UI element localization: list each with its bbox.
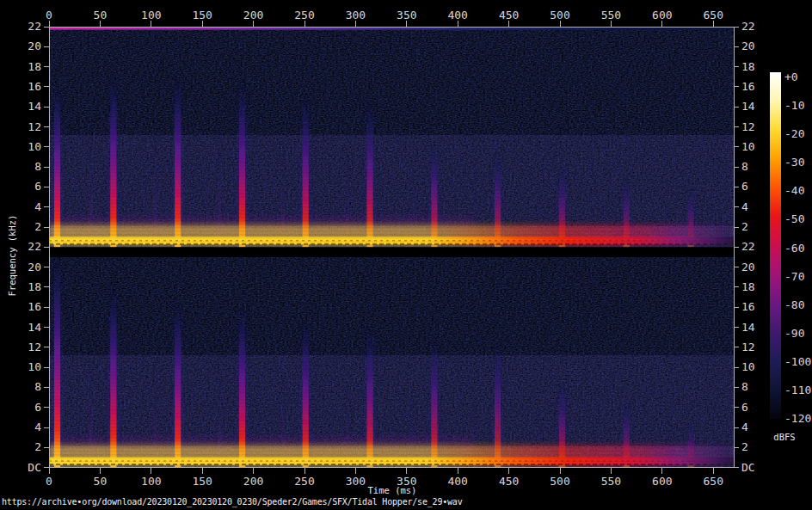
colorbar-tick-label: -40	[784, 184, 804, 197]
left-axis-tick-label: 20	[28, 40, 41, 52]
top-axis-tick-label: 100	[141, 9, 161, 22]
bottom-axis-tick-label: 0	[46, 475, 52, 488]
right-axis-tick-label: 14	[741, 100, 755, 113]
colorbar-tick-label: +0	[784, 71, 798, 83]
left-axis-tick-label: 22	[28, 20, 41, 33]
right-axis-tick-label: 12	[741, 341, 755, 353]
left-axis-tick-label: 10	[28, 140, 41, 153]
top-axis-tick-label: 500	[550, 9, 569, 22]
right-axis-tick-label: 6	[741, 401, 748, 414]
bottom-axis-tick-label: 100	[141, 475, 161, 488]
bottom-axis-tick-label: 550	[601, 475, 621, 488]
right-axis-tick-label: 4	[741, 200, 748, 213]
right-axis-tick-label: 8	[741, 380, 748, 393]
bottom-axis-tick-label: 500	[550, 475, 569, 488]
right-axis-tick-label: 14	[741, 321, 755, 334]
colorbar-tick-label: -100	[784, 355, 811, 368]
top-axis-tick-label: 300	[346, 9, 366, 22]
bottom-axis-tick-label: 400	[447, 475, 467, 488]
fft-row-texture	[49, 247, 734, 467]
top-axis-tick-label: 200	[243, 9, 263, 22]
top-axis-tick-label: 50	[94, 9, 108, 22]
right-axis-tick-label: 22	[741, 20, 755, 33]
right-axis-tick-label: 2	[741, 440, 748, 453]
top-axis-tick-label: 150	[192, 9, 212, 22]
left-axis-tick-label: 8	[34, 380, 41, 393]
colorbar-tick-label: -110	[784, 384, 811, 396]
left-axis-tick-label: 16	[28, 300, 41, 313]
left-axis-tick-label: 12	[28, 120, 41, 133]
bottom-axis-tick-label: 50	[94, 475, 108, 488]
right-axis-tick-label: 16	[741, 300, 755, 313]
source-url-caption: https://archive•org/download/20230120_20…	[2, 497, 463, 507]
left-axis-tick-label: 14	[28, 321, 41, 334]
right-axis-tick-label: 10	[741, 360, 755, 373]
bottom-axis-tick-label: 600	[652, 475, 672, 488]
colorbar-tick-label: -50	[784, 212, 804, 225]
panel-channel-1-top	[49, 27, 734, 247]
y-axis-label: Frequency (kHz)	[7, 215, 17, 297]
top-axis-tick-label: 250	[294, 9, 314, 22]
right-axis-tick-label: 12	[741, 120, 755, 133]
right-axis-tick-label: 2	[741, 220, 748, 233]
right-axis-tick-label: 18	[741, 60, 755, 73]
right-axis-tick-label: 6	[741, 180, 748, 193]
right-axis-tick-label: 20	[741, 40, 755, 52]
left-axis-tick-label: 16	[28, 80, 41, 93]
spectrogram-canvas: 0050501001001501502002002502503003003503…	[0, 0, 812, 510]
top-axis-tick-label: 600	[652, 9, 672, 22]
right-axis-tick-label: 4	[741, 421, 748, 433]
top-axis-tick-label: 450	[499, 9, 519, 22]
spectrogram-figure: 0050501001001501502002002502503003003503…	[0, 0, 812, 510]
colorbar-tick-label: -120	[784, 412, 811, 425]
bottom-axis-tick-label: 450	[499, 475, 519, 488]
left-axis-tick-label: 22	[28, 240, 41, 253]
colorbar-gradient-bar	[770, 72, 781, 419]
x-axis-label: Time (ms)	[368, 485, 417, 495]
left-axis-tick-label: 20	[28, 261, 41, 273]
bottom-axis-tick-label: 250	[294, 475, 314, 488]
right-axis-tick-label: 20	[741, 261, 755, 273]
left-axis-tick-label: 14	[28, 100, 41, 113]
colorbar-tick-label: -20	[784, 127, 804, 140]
top-axis-tick-label: 350	[397, 9, 416, 22]
left-axis-tick-label: 6	[34, 401, 41, 414]
left-axis-tick-label: 8	[34, 160, 41, 173]
right-axis-tick-label: DC	[741, 461, 755, 474]
colorbar-tick-label: -30	[784, 156, 804, 169]
left-axis-tick-label: 4	[34, 421, 41, 433]
left-axis-tick-label: 6	[34, 180, 41, 193]
right-axis-tick-label: 8	[741, 160, 748, 173]
right-axis-tick-label: 16	[741, 80, 755, 93]
colorbar-tick-label: -90	[784, 327, 804, 340]
fft-row-texture	[49, 27, 734, 247]
top-axis-tick-label: 400	[447, 9, 467, 22]
top-axis-tick-label: 650	[703, 9, 723, 22]
colorbar-unit-label: dBFS	[773, 432, 795, 442]
colorbar-tick-label: -10	[784, 99, 804, 112]
bottom-axis-tick-label: 150	[192, 475, 212, 488]
colorbar-tick-label: -80	[784, 298, 804, 311]
left-axis-tick-label: 18	[28, 280, 41, 293]
left-axis-tick-label: 2	[34, 440, 41, 453]
colorbar-tick-label: -70	[784, 270, 804, 283]
left-axis-tick-label: 12	[28, 341, 41, 353]
right-axis-tick-label: 10	[741, 140, 755, 153]
left-axis-tick-label: 4	[34, 200, 41, 213]
left-axis-tick-label: DC	[28, 461, 41, 474]
bottom-axis-tick-label: 200	[243, 475, 263, 488]
right-axis-tick-label: 22	[741, 240, 755, 253]
bottom-axis-tick-label: 650	[703, 475, 723, 488]
left-axis-tick-label: 2	[34, 220, 41, 233]
colorbar-tick-label: -60	[784, 242, 804, 255]
left-axis-tick-label: 10	[28, 360, 41, 373]
top-axis-tick-label: 550	[601, 9, 621, 22]
right-axis-tick-label: 18	[741, 280, 755, 293]
nyquist-edge-line	[49, 28, 734, 30]
left-axis-tick-label: 18	[28, 60, 41, 73]
bottom-axis-tick-label: 300	[346, 475, 366, 488]
panel-channel-2-bottom	[49, 247, 734, 467]
top-axis-tick-label: 0	[46, 9, 52, 22]
